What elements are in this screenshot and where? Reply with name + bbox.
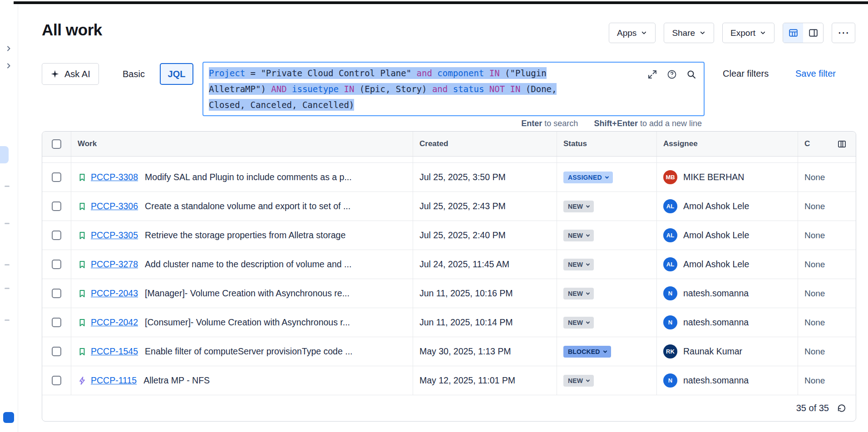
row-checkbox[interactable] — [52, 260, 61, 269]
share-button-label: Share — [672, 28, 695, 38]
select-all-checkbox[interactable] — [52, 139, 61, 149]
syntax-help-button[interactable] — [666, 69, 678, 80]
issue-summary[interactable]: Alletra MP - NFS — [143, 375, 210, 386]
assignee-name: MIKE BERHAN — [683, 172, 744, 182]
issue-summary[interactable]: Retrieve the storage properties from All… — [145, 230, 345, 241]
issue-key-link[interactable]: PCCP-2043 — [91, 288, 138, 299]
column-header-assignee[interactable]: Assignee — [657, 132, 798, 156]
search-mode-jql[interactable]: JQL — [160, 63, 193, 85]
columns-icon — [837, 139, 847, 149]
row-checkbox[interactable] — [52, 376, 61, 385]
status-dropdown[interactable]: NEW — [563, 201, 594, 212]
avatar: AL — [663, 257, 677, 271]
sidebar-item-truncated[interactable] — [5, 288, 10, 289]
status-dropdown[interactable]: NEW — [563, 288, 594, 299]
components-cell: None — [798, 192, 856, 221]
sidebar-item-truncated[interactable] — [5, 264, 10, 265]
table-footer: 35 of 35 — [42, 395, 856, 421]
collapsed-sidebar — [0, 4, 18, 432]
help-icon — [666, 69, 677, 80]
expand-icon — [647, 69, 658, 80]
assignee-name: natesh.somanna — [683, 375, 749, 386]
issue-summary[interactable]: [Consumer]- Volume Creation with Asynchr… — [145, 317, 350, 328]
export-button[interactable]: Export — [722, 23, 774, 43]
issue-key-link[interactable]: PCCP-3305 — [91, 230, 138, 241]
issue-summary[interactable]: Enable filter of computeServer provision… — [145, 346, 352, 357]
refresh-button[interactable] — [836, 403, 847, 413]
export-button-label: Export — [730, 28, 755, 38]
more-horizontal-icon: ⋯ — [838, 26, 849, 40]
issue-key-link[interactable]: PCCP-1545 — [91, 346, 138, 357]
apps-button[interactable]: Apps — [609, 23, 656, 43]
row-checkbox[interactable] — [52, 347, 61, 356]
chevron-down-icon — [604, 175, 610, 180]
status-dropdown[interactable]: ASSIGNED — [563, 172, 613, 183]
created-cell: Jul 25, 2025, 2:43 PM — [413, 192, 557, 221]
column-settings-button[interactable] — [834, 136, 849, 152]
window-top-edge — [14, 1, 868, 4]
ask-ai-label: Ask AI — [64, 69, 90, 79]
chevron-down-icon — [585, 291, 591, 296]
table-view-button[interactable] — [783, 23, 803, 43]
components-cell: None — [798, 221, 856, 250]
column-header-components[interactable]: C — [804, 139, 810, 148]
column-header-created[interactable]: Created — [413, 132, 557, 156]
jql-editor-actions — [646, 69, 697, 80]
assignee-name: Amol Ashok Lele — [683, 230, 749, 241]
issue-summary[interactable]: Create a standalone volume and export it… — [145, 201, 350, 211]
row-checkbox[interactable] — [52, 289, 61, 298]
issue-summary[interactable]: Add cluster name to the description of v… — [145, 259, 351, 270]
jql-editor[interactable]: Project = "Private Cloud Control Plane" … — [202, 62, 705, 116]
status-dropdown[interactable]: NEW — [563, 259, 594, 270]
issue-key-link[interactable]: PCCP-3278 — [91, 259, 138, 270]
expand-chevron-icon[interactable] — [5, 62, 12, 71]
column-header-status[interactable]: Status — [557, 132, 657, 156]
status-dropdown[interactable]: NEW — [563, 317, 594, 329]
avatar: AL — [663, 228, 677, 242]
status-dropdown[interactable]: BLOCKED — [563, 346, 611, 358]
sidebar-item-truncated[interactable] — [5, 186, 10, 187]
issue-summary[interactable]: Modify SAL and Plugin to include comment… — [145, 172, 352, 182]
row-checkbox[interactable] — [52, 201, 61, 211]
clear-filters-button[interactable]: Clear filters — [723, 69, 769, 79]
sparkle-icon — [50, 69, 59, 79]
refresh-icon — [836, 403, 847, 413]
sidebar-item-truncated[interactable] — [5, 319, 10, 321]
status-dropdown[interactable]: NEW — [563, 375, 594, 387]
search-mode-basic[interactable]: Basic — [114, 63, 153, 85]
view-toggle-group — [783, 23, 824, 43]
run-search-button[interactable] — [686, 69, 697, 80]
share-button[interactable]: Share — [664, 23, 714, 43]
issue-key-link[interactable]: PCCP-1115 — [91, 375, 137, 386]
ask-ai-button[interactable]: Ask AI — [42, 63, 99, 85]
save-filter-link[interactable]: Save filter — [795, 69, 836, 79]
row-checkbox[interactable] — [52, 172, 61, 182]
chevron-down-icon — [760, 29, 766, 36]
column-header-work[interactable]: Work — [71, 132, 413, 156]
sidebar-active-item[interactable] — [0, 146, 9, 163]
hint-enter-key: Enter — [521, 119, 542, 128]
issue-key-link[interactable]: PCCP-3306 — [91, 201, 138, 211]
sidebar-app-icon[interactable] — [3, 412, 14, 423]
status-label: NEW — [568, 203, 583, 210]
side-panel-view-button[interactable] — [803, 23, 823, 43]
status-label: ASSIGNED — [568, 174, 602, 181]
issue-key-link[interactable]: PCCP-3308 — [91, 172, 138, 182]
chevron-down-icon — [585, 204, 591, 209]
expand-editor-button[interactable] — [646, 69, 658, 80]
row-checkbox[interactable] — [52, 231, 61, 240]
story-icon — [78, 318, 87, 327]
search-icon — [686, 69, 697, 80]
row-checkbox[interactable] — [52, 318, 61, 327]
table-header: Work Created Status Assignee C — [42, 132, 856, 157]
status-dropdown[interactable]: NEW — [563, 230, 594, 241]
more-actions-button[interactable]: ⋯ — [832, 23, 855, 43]
issue-summary[interactable]: [Manager]- Volume Creation with Asynchro… — [145, 288, 350, 299]
created-cell: Jun 11, 2025, 10:14 PM — [413, 308, 557, 337]
expand-chevron-icon[interactable] — [5, 45, 12, 54]
sidebar-item-truncated[interactable] — [5, 223, 10, 224]
issue-key-link[interactable]: PCCP-2042 — [91, 317, 138, 328]
created-cell: Jul 25, 2025, 2:40 PM — [413, 221, 557, 250]
status-label: NEW — [568, 290, 583, 297]
avatar: N — [663, 373, 677, 388]
